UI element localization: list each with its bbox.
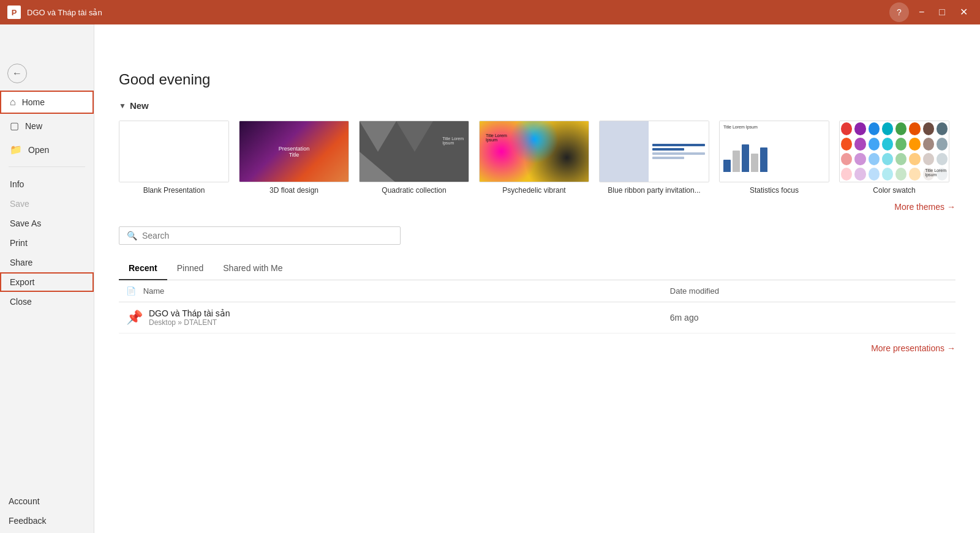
close-label: Close	[10, 297, 32, 307]
template-blue-ribbon[interactable]: Blue ribbon party invitation...	[599, 121, 709, 195]
sidebar-item-share[interactable]: Share	[0, 253, 94, 272]
sidebar-item-print[interactable]: Print	[0, 233, 94, 253]
stats-bar-row	[723, 141, 825, 172]
file-icon-header: 📄	[126, 286, 136, 296]
swatch-dot	[882, 138, 893, 151]
sidebar-item-new[interactable]: ▢ New	[0, 114, 94, 138]
stats-bar-2	[733, 151, 740, 172]
sidebar-item-save: Save	[0, 194, 94, 214]
template-color-swatch[interactable]: Title LoremIpsum Color swatch	[839, 121, 949, 195]
more-themes-link[interactable]: More themes →	[894, 202, 956, 212]
sidebar-item-open[interactable]: 📁 Open	[0, 138, 94, 162]
help-button[interactable]: ?	[889, 2, 909, 22]
swatch-dot	[909, 138, 920, 151]
more-themes-label: More themes	[894, 202, 944, 212]
more-presentations-label: More presentations	[871, 343, 944, 353]
sidebar-new-label: New	[25, 121, 42, 131]
search-input[interactable]	[142, 231, 393, 240]
home-icon: ⌂	[10, 97, 16, 108]
tab-pinned[interactable]: Pinned	[167, 257, 214, 280]
app-logo: P	[7, 6, 21, 19]
swatch-dot	[937, 122, 948, 135]
titlebar: P DGO và Tháp tài sản ? − □ ✕	[0, 0, 980, 24]
sidebar-item-feedback[interactable]: Feedback	[0, 511, 94, 531]
tab-shared[interactable]: Shared with Me	[213, 257, 292, 280]
swatch-dot	[869, 168, 880, 181]
template-3d-float[interactable]: PresentationTitle 3D float design	[239, 121, 349, 195]
sidebar-item-account[interactable]: Account	[0, 491, 94, 511]
template-label-color-swatch: Color swatch	[873, 186, 915, 195]
quad-thumb-text: Title LoremIpsum	[442, 136, 464, 145]
sidebar-item-export[interactable]: Export	[0, 272, 94, 292]
template-thumb-blank	[119, 121, 229, 182]
swatch-dot	[841, 138, 852, 151]
template-blank[interactable]: Blank Presentation	[119, 121, 229, 195]
template-label-blue-ribbon: Blue ribbon party invitation...	[608, 186, 700, 195]
blue-thumb-content	[600, 121, 709, 182]
sidebar-item-options[interactable]: Options	[0, 531, 94, 533]
swatch-thumb-visual: Title LoremIpsum	[840, 121, 949, 182]
tabs-bar: Recent Pinned Shared with Me	[119, 257, 956, 280]
blue-line-2	[652, 148, 684, 151]
col-header-name: 📄 Name	[119, 280, 663, 302]
template-thumb-statistics: Title Lorem Ipsum	[719, 121, 829, 182]
template-psychedelic[interactable]: Title LoremIpsum Psychedelic vibrant	[479, 121, 589, 195]
open-icon: 📁	[10, 144, 22, 155]
sidebar-item-save-as[interactable]: Save As	[0, 214, 94, 233]
stats-thumb-content: Title Lorem Ipsum	[720, 121, 829, 182]
sidebar: ← ⌂ Home ▢ New 📁 Open Info Save	[0, 24, 94, 533]
blue-thumb-left	[600, 121, 649, 182]
swatch-dot	[923, 153, 934, 166]
swatch-dot	[882, 153, 893, 166]
feedback-label: Feedback	[9, 516, 46, 526]
search-icon: 🔍	[127, 231, 137, 240]
swatch-dot	[841, 153, 852, 166]
col-header-date: Date modified	[663, 280, 956, 302]
restore-button[interactable]: □	[934, 0, 950, 24]
sidebar-sub-nav: Info Save Save As Print Share Export	[0, 172, 94, 314]
file-path: Desktop » DTALENT	[149, 318, 230, 327]
back-button[interactable]: ←	[7, 64, 27, 83]
template-label-psychedelic: Psychedelic vibrant	[502, 186, 565, 195]
swatch-dot	[895, 168, 907, 181]
template-statistics[interactable]: Title Lorem Ipsum Stat	[719, 121, 829, 195]
table-row[interactable]: 📌 DGO và Tháp tài sản Desktop » DTALENT …	[119, 302, 956, 334]
template-label-statistics: Statistics focus	[750, 186, 799, 195]
swatch-text: Title LoremIpsum	[925, 168, 946, 177]
greeting-heading: Good evening	[119, 71, 956, 88]
float-thumb-text: PresentationTitle	[279, 146, 310, 158]
file-table-head: 📄 Name Date modified	[119, 280, 956, 302]
tab-recent[interactable]: Recent	[119, 257, 167, 280]
blue-thumb-visual	[600, 121, 709, 182]
save-as-label: Save As	[10, 218, 41, 228]
new-section-header[interactable]: ▼ New	[119, 100, 956, 111]
collapse-arrow-icon: ▼	[119, 102, 126, 110]
stats-bar-5	[760, 147, 767, 172]
swatch-dot	[841, 122, 852, 135]
sidebar-item-home[interactable]: ⌂ Home	[0, 91, 94, 114]
template-quadratic[interactable]: Title LoremIpsum Quadratic collection	[359, 121, 469, 195]
export-label: Export	[10, 277, 34, 287]
sidebar-divider-1	[9, 166, 85, 167]
file-pptx-icon: 📌	[126, 310, 143, 326]
template-label-quadratic: Quadratic collection	[382, 186, 446, 195]
swatch-dot	[909, 153, 920, 166]
sidebar-item-info[interactable]: Info	[0, 174, 94, 194]
template-thumb-3d-float: PresentationTitle	[239, 121, 349, 182]
swatch-dot	[923, 122, 934, 135]
swatch-dot	[869, 153, 880, 166]
share-label: Share	[10, 258, 32, 267]
float-thumb-visual: PresentationTitle	[239, 121, 349, 182]
file-row-content: 📌 DGO và Tháp tài sản Desktop » DTALENT	[126, 308, 655, 327]
swatch-dot	[882, 168, 893, 181]
main-content: Good evening ▼ New Blank Presentation	[94, 24, 980, 533]
save-label: Save	[10, 199, 29, 209]
account-label: Account	[9, 496, 40, 506]
stats-bar-4	[751, 154, 758, 172]
minimize-button[interactable]: −	[914, 0, 929, 24]
more-presentations-link[interactable]: More presentations →	[871, 343, 956, 353]
close-button[interactable]: ✕	[955, 0, 973, 24]
blue-line-3	[652, 152, 705, 155]
sidebar-item-close[interactable]: Close	[0, 292, 94, 311]
file-name: DGO và Tháp tài sản	[149, 308, 230, 318]
